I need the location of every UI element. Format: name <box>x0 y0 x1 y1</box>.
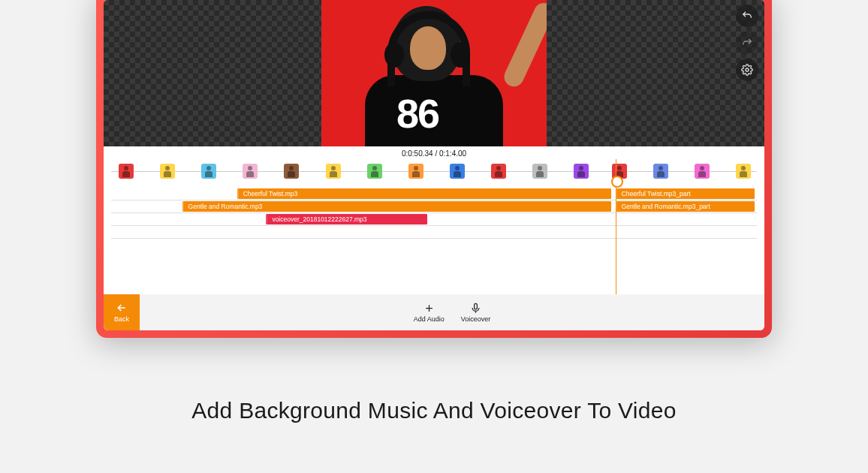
audio-track[interactable]: Gentle and Romantic.mp3Gentle and Romant… <box>111 200 757 213</box>
app-window: 86 0:0:50.34 / 0:1:4. <box>96 0 772 338</box>
timeline-thumbnail[interactable] <box>201 164 216 179</box>
person-illustration: 86 <box>351 0 517 146</box>
back-button[interactable]: Back <box>104 294 140 330</box>
video-frame: 86 <box>321 0 547 146</box>
timeline-thumbnail[interactable] <box>532 164 547 179</box>
timeline-thumbnail[interactable] <box>450 164 465 179</box>
voiceover-label: Voiceover <box>461 315 491 323</box>
timeline-thumbnail[interactable] <box>160 164 175 179</box>
redo-icon <box>741 37 753 49</box>
audio-clip[interactable]: Cheerful Twist.mp3_part <box>616 188 755 199</box>
playhead[interactable] <box>616 159 616 294</box>
video-preview[interactable]: 86 <box>104 0 764 146</box>
voiceover-button[interactable]: Voiceover <box>461 303 491 323</box>
timeline-thumbnail[interactable] <box>574 164 589 179</box>
audio-track[interactable] <box>111 226 757 239</box>
add-audio-label: Add Audio <box>414 315 445 323</box>
audio-clip[interactable]: Gentle and Romantic.mp3 <box>182 201 612 212</box>
svg-point-0 <box>746 68 749 71</box>
audio-clip[interactable]: Gentle and Romantic.mp3_part <box>616 201 755 212</box>
timeline-thumbnail[interactable] <box>284 164 299 179</box>
back-label: Back <box>114 315 129 323</box>
thumbnail-strip[interactable] <box>111 161 757 183</box>
timeline-thumbnail[interactable] <box>367 164 382 179</box>
add-audio-button[interactable]: Add Audio <box>414 303 445 323</box>
audio-clip[interactable]: Cheerful Twist.mp3 <box>237 188 612 199</box>
mic-icon <box>470 303 481 314</box>
timeline-thumbnail[interactable] <box>326 164 341 179</box>
transparency-right <box>547 0 764 146</box>
timeline-thumbnail[interactable] <box>119 164 134 179</box>
undo-icon <box>741 10 753 22</box>
audio-track[interactable]: voiceover_20181012222627.mp3 <box>111 213 757 226</box>
svg-rect-1 <box>475 303 478 309</box>
timeline-thumbnail[interactable] <box>243 164 258 179</box>
app-inner: 86 0:0:50.34 / 0:1:4. <box>104 0 764 330</box>
timeline-thumbnail[interactable] <box>736 164 751 179</box>
timeline-thumbnail[interactable] <box>695 164 710 179</box>
plus-icon <box>423 303 435 314</box>
arrow-left-icon <box>116 302 128 314</box>
jersey-number: 86 <box>396 90 439 137</box>
settings-button[interactable] <box>736 59 758 81</box>
gear-icon <box>741 64 753 76</box>
audio-track[interactable]: Cheerful Twist.mp3Cheerful Twist.mp3_par… <box>111 188 757 200</box>
timeline-thumbnail[interactable] <box>491 164 506 179</box>
transparency-left <box>104 0 321 146</box>
timeline-thumbnail[interactable] <box>408 164 423 179</box>
audio-tracks: Cheerful Twist.mp3Cheerful Twist.mp3_par… <box>111 188 757 239</box>
undo-button[interactable] <box>736 5 758 27</box>
bottom-toolbar: Back Add Audio Voiceover <box>104 294 764 330</box>
audio-clip[interactable]: voiceover_20181012222627.mp3 <box>266 214 427 224</box>
redo-button[interactable] <box>736 32 758 54</box>
time-readout: 0:0:50.34 / 0:1:4.00 <box>104 146 764 159</box>
timeline-thumbnail[interactable] <box>653 164 668 179</box>
marketing-caption: Add Background Music And Voiceover To Vi… <box>0 398 868 423</box>
timeline[interactable]: Cheerful Twist.mp3Cheerful Twist.mp3_par… <box>104 159 764 294</box>
